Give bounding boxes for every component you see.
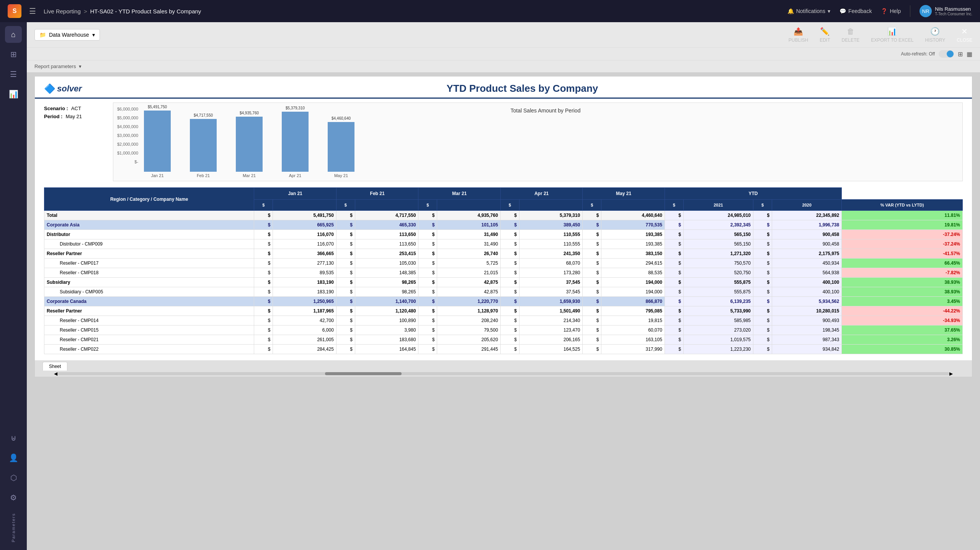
row-may-dollar: $ — [583, 211, 601, 220]
scenario-label: Scenario : — [44, 106, 68, 111]
sidebar-item-list[interactable]: ☰ — [5, 66, 22, 83]
table-view-icon[interactable]: ▦ — [967, 50, 972, 58]
row-var: 38.93% — [842, 278, 963, 287]
row-ytd2020-dollar: $ — [753, 249, 772, 259]
scroll-thumb[interactable] — [325, 372, 402, 375]
grid-view-icon[interactable]: ⊞ — [958, 50, 963, 58]
row-apr-dollar: $ — [500, 325, 519, 335]
row-mar-dollar: $ — [418, 297, 437, 306]
row-mar-dollar: $ — [418, 278, 437, 287]
bar-group-feb: $4,717,550 Feb 21 — [190, 113, 217, 178]
sheet-tabs: Sheet — [35, 360, 972, 371]
row-var: 11.81% — [842, 211, 963, 220]
row-jan-dollar: $ — [254, 316, 273, 325]
edit-button[interactable]: ✏️ EDIT — [820, 27, 830, 43]
row-ytd2020-dollar: $ — [753, 239, 772, 249]
horizontal-scrollbar[interactable]: ◀ ▶ — [35, 371, 972, 377]
report-parameters-label[interactable]: Report parameters — [34, 63, 76, 69]
sidebar-item-grid[interactable]: ⊞ — [5, 46, 22, 63]
export-icon: 📊 — [887, 27, 897, 36]
row-apr-dollar: $ — [500, 297, 519, 306]
th-ytd2021-val: 2021 — [683, 200, 753, 211]
row-may-dollar: $ — [583, 278, 601, 287]
toolbar2-actions: 📤 PUBLISH ✏️ EDIT 🗑 DELETE 📊 EXPORT TO E… — [789, 27, 972, 43]
row-ytd2021-val: 273,020 — [683, 325, 753, 335]
sidebar-item-settings[interactable]: ⚙ — [5, 489, 22, 506]
row-ytd2021-dollar: $ — [665, 220, 683, 230]
row-may-dollar: $ — [583, 230, 601, 239]
breadcrumb-parent[interactable]: Live Reporting — [44, 8, 81, 15]
sidebar-item-chart[interactable]: 📊 — [5, 86, 22, 103]
export-button[interactable]: 📊 EXPORT TO EXCEL — [871, 27, 913, 43]
help-button[interactable]: ❓ Help — [881, 8, 901, 14]
sidebar-item-filter[interactable]: ⊎ — [5, 430, 22, 446]
scroll-track[interactable] — [57, 372, 949, 375]
row-may-val: 383,150 — [601, 249, 665, 259]
table-row: Reseller Partner $ 366,665 $ 253,415 $ 2… — [44, 249, 963, 259]
sidebar-item-user[interactable]: 👤 — [5, 449, 22, 466]
row-apr-val: 1,659,930 — [519, 297, 582, 306]
data-warehouse-selector[interactable]: 📁 Data Warehouse ▾ — [34, 29, 100, 41]
row-ytd2020-val: 987,343 — [772, 335, 842, 345]
history-button[interactable]: 🕐 HISTORY — [925, 27, 945, 43]
row-ytd2021-dollar: $ — [665, 306, 683, 316]
th-apr-val — [519, 200, 582, 211]
row-feb-val: 105,030 — [355, 259, 418, 268]
row-name: Corporate Canada — [44, 297, 254, 306]
row-jan-val: 42,700 — [273, 316, 336, 325]
row-jan-val: 5,491,750 — [273, 211, 336, 220]
scroll-right-arrow[interactable]: ▶ — [949, 371, 953, 376]
row-mar-dollar: $ — [418, 345, 437, 354]
row-ytd2020-val: 934,842 — [772, 345, 842, 354]
scroll-left-arrow[interactable]: ◀ — [54, 371, 57, 376]
row-may-dollar: $ — [583, 259, 601, 268]
row-ytd2021-val: 565,150 — [683, 230, 753, 239]
row-var: -44.22% — [842, 306, 963, 316]
chevron-down-icon[interactable]: ▾ — [79, 63, 82, 69]
row-feb-val: 1,140,700 — [355, 297, 418, 306]
row-mar-val: 79,500 — [437, 325, 500, 335]
report-area: 🔷 solver YTD Product Sales by Company Sc… — [27, 72, 980, 550]
row-may-val: 194,000 — [601, 287, 665, 297]
feedback-button[interactable]: 💬 Feedback — [840, 8, 872, 14]
row-feb-dollar: $ — [336, 287, 355, 297]
data-table: Region / Category / Company Name Jan 21 … — [44, 187, 963, 354]
row-name: Reseller - CMP017 — [44, 259, 254, 268]
th-jan-dollar: $ — [254, 200, 273, 211]
row-may-dollar: $ — [583, 220, 601, 230]
period-label: Period : — [44, 114, 62, 119]
sidebar-item-home[interactable]: ⌂ — [5, 26, 22, 43]
breadcrumb: Live Reporting > HT-SA02 - YTD Product S… — [44, 8, 201, 15]
row-mar-dollar: $ — [418, 268, 437, 278]
hamburger-menu[interactable]: ☰ — [29, 7, 36, 16]
table-row: Reseller - CMP022 $ 284,425 $ 164,845 $ … — [44, 345, 963, 354]
row-ytd2020-dollar: $ — [753, 297, 772, 306]
row-mar-dollar: $ — [418, 239, 437, 249]
row-ytd2020-val: 198,345 — [772, 325, 842, 335]
row-feb-val: 465,330 — [355, 220, 418, 230]
close-button[interactable]: ✕ CLOSE — [957, 27, 972, 43]
table-row: Distributor $ 116,070 $ 113,650 $ 31,490… — [44, 230, 963, 239]
autorefresh-toggle[interactable] — [939, 50, 954, 58]
row-apr-dollar: $ — [500, 306, 519, 316]
row-jan-dollar: $ — [254, 211, 273, 220]
sidebar-item-nodes[interactable]: ⬡ — [5, 469, 22, 486]
row-ytd2020-val: 564,938 — [772, 268, 842, 278]
row-may-dollar: $ — [583, 306, 601, 316]
row-var: 66.45% — [842, 259, 963, 268]
row-name: Subsidiary — [44, 278, 254, 287]
user-menu[interactable]: NR Nils Rasmussen T-Tech Consumer Inc. — [920, 5, 972, 17]
row-may-val: 4,460,640 — [601, 211, 665, 220]
row-name: Distributor — [44, 230, 254, 239]
notifications-button[interactable]: 🔔 Notifications ▾ — [787, 8, 830, 14]
row-jan-dollar: $ — [254, 325, 273, 335]
history-icon: 🕐 — [930, 27, 940, 36]
sheet-tab[interactable]: Sheet — [42, 362, 67, 371]
report-meta: Scenario : ACT Period : May 21 — [44, 103, 113, 181]
row-ytd2021-dollar: $ — [665, 239, 683, 249]
delete-button[interactable]: 🗑 DELETE — [842, 27, 860, 43]
publish-button[interactable]: 📤 PUBLISH — [789, 27, 808, 43]
help-label: Help — [890, 8, 901, 14]
table-row: Corporate Canada $ 1,250,965 $ 1,140,700… — [44, 297, 963, 306]
row-ytd2020-val: 10,280,015 — [772, 306, 842, 316]
